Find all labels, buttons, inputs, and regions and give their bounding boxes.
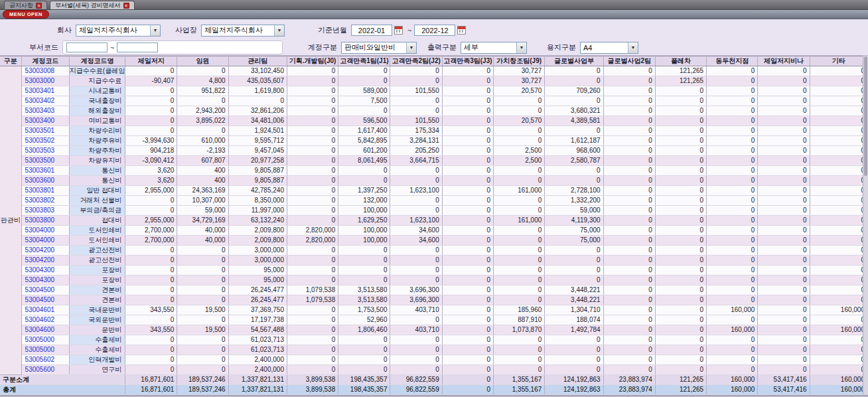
table-row[interactable]: 53005600연구비002,400,00000000000000 [0, 365, 868, 375]
table-row[interactable]: 53003503차량주차비904,218-2,1939,457,0450601,… [0, 146, 868, 156]
table-row[interactable]: 53003601통신비3,6204009,805,88700000000000 [0, 166, 868, 176]
account-name-cell: 거래처 선물비 [69, 196, 125, 206]
column-header[interactable]: 글로벌사업부 [545, 56, 603, 66]
dept-code-group: ~ [62, 40, 283, 54]
value-cell: 95,000 [228, 276, 287, 285]
table-row[interactable]: 53004300포장비0095,00000000000000 [0, 276, 868, 285]
column-header[interactable]: 임원 [177, 56, 228, 66]
table-row[interactable]: 53004300포장비0095,00000000000000 [0, 266, 868, 276]
column-header[interactable]: 제일저지 [125, 56, 177, 66]
tab-expense-report[interactable]: 부서별(세목) 경비명세서 × [50, 1, 135, 9]
table-row[interactable]: 53005000수출제비0061,023,71300000000000 [0, 345, 868, 355]
table-row[interactable]: 53004600운반비343,55019,50054,567,48801,806… [0, 325, 868, 335]
table-row[interactable]: 53003800접대비2,955,00034,729,16963,132,240… [0, 216, 868, 226]
close-icon[interactable]: × [123, 3, 129, 9]
table-row[interactable]: 53004000도서인쇄비2,700,00040,0002,009,8002,8… [0, 236, 868, 246]
column-header[interactable]: 고객만족2팀(J2) [390, 56, 442, 66]
account-code-cell: 53003400 [21, 116, 69, 126]
value-cell: 0 [494, 295, 545, 305]
table-row[interactable]: 53005000수출제비0061,023,71300000000000 [0, 335, 868, 345]
menu-open-button[interactable]: MENU OPEN [3, 10, 49, 19]
value-cell: 887,910 [494, 315, 545, 325]
table-row[interactable]: 53003401시내교통비0951,8221,619,8000589,00010… [0, 86, 868, 96]
dept-code-to-input[interactable] [117, 42, 158, 52]
table-row[interactable]: 53004000도서인쇄비2,700,00040,0002,009,8002,8… [0, 226, 868, 236]
value-cell: 0 [810, 285, 867, 295]
column-header[interactable]: 고객만족3팀(J3) [442, 56, 493, 66]
value-cell: 343,550 [125, 305, 177, 315]
table-row[interactable]: 53004602국외운반비0017,197,738052,96000887,91… [0, 315, 868, 325]
value-cell: 160,000 [810, 325, 867, 335]
calendar-icon[interactable] [394, 26, 403, 35]
vertical-scrollbar[interactable] [863, 56, 868, 394]
value-cell: 0 [125, 106, 177, 116]
account-type-select[interactable]: 판매비와일반비 ▼ [341, 42, 417, 54]
column-header[interactable]: 제일저지비나 [758, 56, 810, 66]
scrollbar-thumb[interactable] [864, 56, 867, 176]
value-cell: 0 [442, 176, 493, 186]
value-cell: 1,623,100 [390, 186, 442, 196]
column-header[interactable]: 고객만족1팀(J1) [338, 56, 390, 66]
column-header[interactable]: 플레차 [655, 56, 706, 66]
table-row[interactable]: 53004200광고선전비003,000,00000000000000 [0, 246, 868, 256]
table-row[interactable]: 판관비53003008지급수수료(클레임0033,102,450000030,7… [0, 66, 868, 76]
column-header[interactable]: 계정코드명 [69, 56, 125, 66]
value-cell: 96,822,559 [390, 385, 442, 395]
value-cell: 0 [545, 365, 603, 375]
table-row[interactable]: 53004500견본비0026,245,4771,079,5383,513,58… [0, 285, 868, 295]
site-select[interactable]: 제일저지주식회사 ▼ [201, 25, 285, 37]
value-cell: 0 [655, 335, 706, 345]
table-row[interactable]: 53004200광고선전비003,000,00000000000000 [0, 256, 868, 266]
account-name-cell: 견본비 [69, 285, 125, 295]
account-code-cell: 53003800 [21, 216, 69, 226]
value-cell: 100,000 [338, 236, 390, 246]
output-type-select[interactable]: 세부 ▼ [461, 42, 527, 54]
value-cell: 0 [177, 285, 228, 295]
table-row[interactable]: 53003803부의금/축의금059,00011,997,0000100,000… [0, 206, 868, 216]
menu-strip: MENU OPEN [0, 10, 868, 19]
table-row[interactable]: 53003801일반 접대비2,955,00024,363,16942,785,… [0, 186, 868, 196]
table-row[interactable]: 53003501차량수리비001,924,50101,617,400175,33… [0, 126, 868, 136]
table-row[interactable]: 53003403해외출장비02,943,20032,861,206000003,… [0, 106, 868, 116]
table-row[interactable]: 53003502차량주유비-3,994,630610,0009,595,7120… [0, 136, 868, 146]
table-row[interactable]: 53003400여비교통비03,895,02234,481,0060596,50… [0, 116, 868, 126]
tab-notice[interactable]: 공지사항 × [4, 1, 47, 9]
value-cell: 0 [810, 136, 867, 146]
column-header[interactable]: 가치창조팀(J9) [494, 56, 545, 66]
company-select[interactable]: 제일저지주식회사 ▼ [76, 25, 161, 37]
table-row[interactable]: 53003500차량유지비-3,090,412607,80720,977,258… [0, 156, 868, 166]
calendar-icon[interactable] [457, 26, 466, 35]
value-cell: 0 [287, 166, 338, 176]
table-row[interactable]: 53003402국내출장비00007,500000000000 [0, 96, 868, 106]
subtotal-row: 구분소계16,871,601189,537,2461,337,821,1313,… [0, 375, 868, 385]
value-cell: 0 [810, 166, 867, 176]
value-cell: 0 [758, 345, 810, 355]
value-cell: 0 [603, 315, 655, 325]
column-header[interactable]: 기획.개발팀(J0) [287, 56, 338, 66]
table-row[interactable]: 53003000지급수수료-90,4074,800435,035,6070000… [0, 76, 868, 86]
value-cell: 0 [707, 106, 758, 116]
close-icon[interactable]: × [36, 3, 42, 9]
table-row[interactable]: 53004500견본비0026,245,4771,079,5383,513,58… [0, 295, 868, 305]
account-code-cell: 53003501 [21, 126, 69, 136]
paper-type-select[interactable]: A4 ▼ [580, 42, 638, 54]
column-header[interactable]: 기타 [810, 56, 867, 66]
column-header[interactable]: 계정코드 [21, 56, 69, 66]
period-to-input[interactable] [414, 25, 455, 36]
column-header[interactable]: 구분 [0, 56, 21, 66]
period-from-input[interactable] [351, 25, 392, 36]
value-cell: 1,924,501 [228, 126, 287, 136]
value-cell: 0 [655, 196, 706, 206]
table-row[interactable]: 53004601국내운반비343,55019,50037,369,75001,7… [0, 305, 868, 315]
table-row[interactable]: 53003802거래처 선물비010,307,0008,350,0000132,… [0, 196, 868, 206]
value-cell: 0 [707, 285, 758, 295]
value-cell: 1,355,167 [494, 385, 545, 395]
column-header[interactable]: 관리팀 [228, 56, 287, 66]
dept-code-from-input[interactable] [66, 42, 108, 52]
value-cell: 34,481,006 [228, 116, 287, 126]
value-cell: 0 [758, 96, 810, 106]
column-header[interactable]: 동두천지점 [707, 56, 758, 66]
column-header[interactable]: 글로벌사업2팀 [603, 56, 655, 66]
table-row[interactable]: 53003600통신비3,6204009,805,88700000000000 [0, 176, 868, 186]
table-row[interactable]: 53005602인력개발비002,400,00000000000000 [0, 355, 868, 365]
